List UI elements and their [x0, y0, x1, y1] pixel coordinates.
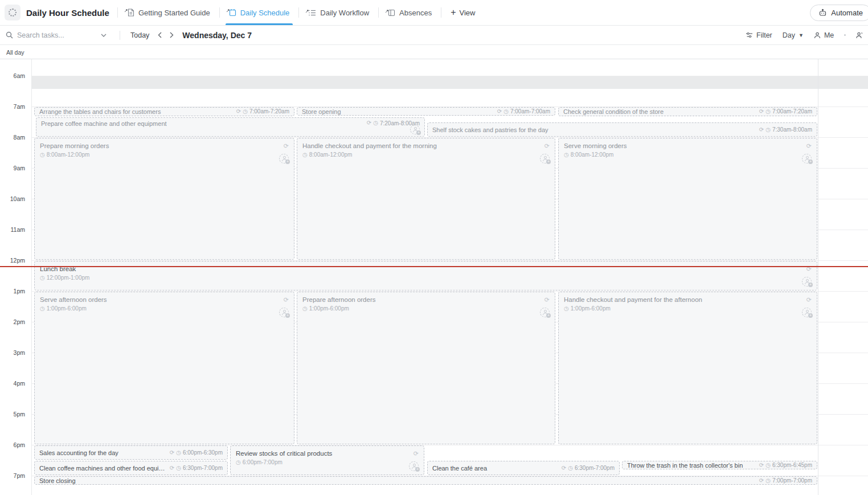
add-assignee-icon[interactable]: + [410, 125, 420, 134]
add-assignee-icon[interactable]: + [802, 154, 812, 163]
chevron-down-icon[interactable] [101, 34, 107, 37]
plus-icon: + [451, 8, 456, 17]
active-tab-underline [226, 23, 293, 25]
board-icon [388, 9, 395, 17]
divider [298, 7, 299, 18]
search-icon [6, 31, 13, 39]
calendar-event[interactable]: Store closing⟳◷7:00pm-7:00pm [34, 476, 817, 485]
hour-gridline [31, 76, 868, 76]
calendar-event[interactable]: Check general condition of the store⟳◷7:… [558, 107, 817, 116]
me-filter-button[interactable]: Me [814, 31, 834, 39]
add-view-button[interactable]: + View [443, 0, 483, 25]
add-assignee-icon[interactable]: + [540, 308, 550, 317]
recurring-icon: ⟳ [284, 296, 289, 304]
calendar-event[interactable]: Serve afternoon orders◷1:00pm-6:00pm⟳+ [34, 292, 294, 444]
calendar-event[interactable]: Review stocks of critical products◷6:00p… [230, 445, 424, 475]
event-title: Serve afternoon orders [40, 296, 289, 303]
calendar-event[interactable]: Serve morning orders◷8:00am-12:00pm⟳+ [558, 138, 817, 260]
calendar-event[interactable]: Clean the café area⟳◷6:30pm-7:00pm [427, 461, 620, 475]
calendar-event[interactable]: Throw the trash in the trash collector's… [622, 461, 817, 469]
recurring-icon: ⟳ [806, 296, 812, 304]
tab-daily-workflow[interactable]: Daily Workflow [300, 0, 377, 25]
event-time: 6:00pm-6:30pm [183, 449, 223, 456]
calendar-event[interactable]: Store opening⟳◷7:00am-7:00am [297, 107, 555, 116]
view-mode-dropdown[interactable]: Day ▼ [783, 31, 804, 39]
recurring-icon: ⟳ [562, 465, 566, 471]
tab-absences[interactable]: Absences [380, 0, 440, 25]
event-time: 1:00pm-6:00pm [309, 305, 349, 312]
hour-label: 3pm [0, 349, 25, 357]
next-day-button[interactable] [166, 30, 178, 40]
calendar-event[interactable]: Arrange the tables and chairs for custom… [34, 107, 294, 116]
plus-icon: + [808, 313, 813, 318]
plus-icon: + [285, 313, 290, 318]
prev-day-button[interactable] [154, 30, 166, 40]
calendar-event[interactable]: Handle checkout and payment for the afte… [558, 292, 817, 444]
calendar-icon [229, 9, 236, 17]
add-assignee-icon[interactable]: + [409, 461, 419, 471]
add-assignee-icon[interactable]: + [540, 154, 550, 163]
add-assignee-icon[interactable]: + [802, 308, 812, 317]
recurring-icon: ⟳ [236, 109, 241, 114]
event-title: Throw the trash in the trash collector's… [627, 462, 755, 469]
closed-hours-band [32, 76, 868, 89]
clock-icon: ◷ [302, 152, 308, 158]
plus-icon: + [285, 159, 290, 164]
calendar-view: All day 6am7am8am9am10am11am12pm1pm2pm3p… [0, 46, 868, 495]
clock-icon: ◷ [765, 463, 771, 468]
tab-daily-schedule[interactable]: Daily Schedule [221, 0, 298, 25]
event-title: Clean the café area [432, 465, 557, 472]
event-time: 12:00pm-1:00pm [47, 275, 90, 281]
event-title: Handle checkout and payment for the morn… [302, 142, 550, 149]
divider [117, 7, 118, 18]
event-title: Review stocks of critical products [236, 450, 419, 457]
clock-icon: ◷ [564, 152, 569, 158]
calendar-event[interactable]: Clean coffee machines and other food equ… [34, 461, 228, 475]
automate-label: Automate [831, 9, 863, 17]
calendar-grid[interactable]: 6am7am8am9am10am11am12pm1pm2pm3pm4pm5pm6… [0, 59, 868, 495]
event-time: 6:00pm-7:00pm [243, 459, 282, 465]
event-time: 7:00am-7:20am [249, 108, 289, 114]
day-column-separator [818, 59, 818, 495]
recurring-icon: ⟳ [544, 296, 550, 304]
calendar-event[interactable]: Sales accounting for the day⟳◷6:00pm-6:3… [34, 445, 228, 460]
assignee-filter-button[interactable]: Assignee [856, 31, 862, 39]
event-title: Clean coffee machines and other food equ… [39, 465, 165, 472]
workspace-icon[interactable] [5, 5, 21, 21]
search-box[interactable] [6, 31, 114, 39]
clock-icon: ◷ [765, 109, 771, 114]
calendar-event[interactable]: Shelf stock cakes and pastries for the d… [427, 122, 817, 137]
clock-icon: ◷ [176, 450, 181, 456]
hour-label: 9am [0, 164, 25, 172]
event-title: Store opening [302, 108, 493, 115]
add-assignee-icon[interactable]: + [279, 154, 289, 163]
tab-label: Daily Schedule [240, 9, 290, 17]
view-mode-label: Day [783, 31, 795, 39]
search-input[interactable] [17, 31, 97, 39]
event-title: Shelf stock cakes and pastries for the d… [432, 126, 755, 133]
recurring-icon: ⟳ [759, 478, 764, 484]
add-assignee-icon[interactable]: + [279, 308, 289, 317]
automate-button[interactable]: Automate [810, 5, 868, 21]
today-button[interactable]: Today [126, 29, 154, 42]
event-time: 6:30pm-7:00pm [183, 465, 223, 471]
person-icon [814, 32, 821, 39]
clock-icon: ◷ [765, 127, 771, 133]
tab-getting-started-guide[interactable]: Getting Started Guide [119, 0, 218, 25]
calendar-event[interactable]: Lunch break◷12:00pm-1:00pm⟳+ [34, 261, 817, 291]
recurring-icon: ⟳ [544, 142, 550, 150]
clock-icon: ◷ [40, 275, 45, 281]
pin-icon [124, 6, 128, 14]
calendar-event[interactable]: Prepare coffee machine and other equipme… [36, 117, 425, 137]
calendar-event[interactable]: Handle checkout and payment for the morn… [297, 138, 555, 260]
filter-button[interactable]: Filter [746, 31, 772, 39]
add-assignee-icon[interactable]: + [802, 277, 812, 287]
calendar-event[interactable]: Prepare morning orders◷8:00am-12:00pm⟳+ [34, 138, 294, 260]
event-title: Sales accounting for the day [39, 449, 165, 456]
clock-icon: ◷ [503, 109, 509, 114]
all-day-row[interactable]: All day [0, 46, 868, 59]
calendar-event[interactable]: Prepare afternoon orders◷1:00pm-6:00pm⟳+ [297, 292, 555, 444]
recurring-icon: ⟳ [170, 450, 174, 456]
plus-icon: + [808, 159, 813, 164]
clock-icon: ◷ [765, 478, 771, 484]
